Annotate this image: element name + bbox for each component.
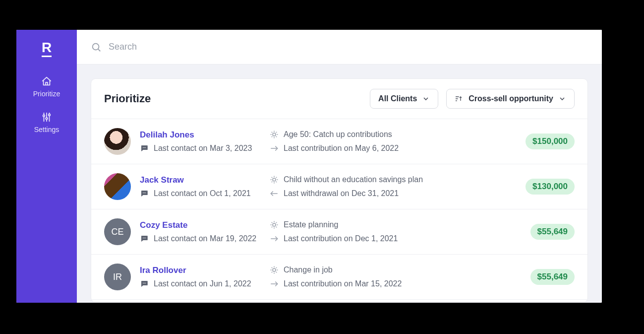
chat-icon [140, 189, 149, 198]
client-info: Cozy EstateLast contact on Mar 19, 2022 [140, 220, 270, 243]
sort-dropdown[interactable]: Cross-sell opportunity [446, 89, 575, 109]
amount-badge: $55,649 [530, 269, 575, 285]
svg-point-51 [144, 283, 145, 284]
svg-point-25 [144, 193, 145, 194]
prioritize-panel: Prioritize All Clients Cross-sell opport… [91, 78, 588, 303]
sliders-icon [41, 112, 52, 123]
svg-point-11 [143, 147, 144, 148]
svg-line-59 [276, 272, 277, 273]
chat-icon [140, 234, 149, 243]
last-contact-text: Last contact on Oct 1, 2021 [154, 189, 251, 198]
svg-line-46 [276, 227, 277, 228]
svg-line-47 [272, 227, 273, 228]
svg-point-50 [143, 283, 144, 284]
search-input[interactable] [109, 42, 588, 52]
client-row[interactable]: CECozy EstateLast contact on Mar 19, 202… [91, 209, 587, 255]
filter-dropdown[interactable]: All Clients [370, 89, 438, 109]
client-name-link[interactable]: Ira Rollover [140, 266, 270, 275]
client-insights: Change in jobLast contribution on Mar 15… [270, 266, 530, 288]
client-row[interactable]: Jack StrawLast contact on Oct 1, 2021Chi… [91, 164, 587, 209]
client-insights: Estate planningLast contribution on Dec … [270, 220, 530, 243]
svg-line-35 [276, 177, 277, 178]
svg-point-26 [145, 193, 146, 194]
svg-point-6 [93, 43, 99, 50]
svg-line-61 [276, 267, 277, 268]
insight-text: Age 50: Catch up contributions [284, 130, 392, 139]
avatar [104, 128, 131, 155]
client-info: Delilah JonesLast contact on Mar 3, 2023 [140, 130, 270, 153]
insight-text: Change in job [284, 266, 333, 274]
svg-line-22 [276, 132, 277, 133]
last-contact: Last contact on Mar 19, 2022 [140, 234, 270, 243]
activity-line: Last contribution on Dec 1, 2021 [270, 234, 530, 243]
sidebar-item-settings[interactable]: Settings [34, 112, 59, 134]
insight-line: Age 50: Catch up contributions [270, 130, 526, 139]
svg-line-33 [276, 182, 277, 183]
sort-dropdown-label: Cross-sell opportunity [468, 94, 553, 103]
svg-point-27 [273, 178, 276, 181]
svg-line-58 [272, 267, 273, 268]
svg-line-7 [98, 49, 100, 51]
panel-title: Prioritize [104, 92, 151, 105]
client-row[interactable]: IRIra RolloverLast contact on Jun 1, 202… [91, 255, 587, 300]
client-info: Jack StrawLast contact on Oct 1, 2021 [140, 175, 270, 198]
svg-line-32 [272, 177, 273, 178]
last-contact: Last contact on Oct 1, 2021 [140, 189, 270, 198]
svg-point-3 [43, 115, 45, 117]
filter-dropdown-label: All Clients [378, 94, 417, 103]
svg-point-53 [273, 268, 276, 271]
activity-text: Last contribution on Mar 15, 2022 [284, 279, 402, 288]
svg-line-34 [272, 182, 273, 183]
panel-controls: All Clients Cross-sell opportunity [370, 89, 575, 109]
client-name-link[interactable]: Delilah Jones [140, 130, 270, 140]
svg-point-14 [273, 133, 276, 136]
sidebar-item-label: Settings [34, 126, 59, 134]
svg-point-24 [143, 193, 144, 194]
insight-text: Child without an education savings plan [284, 175, 423, 184]
svg-line-48 [276, 222, 277, 223]
avatar [104, 173, 131, 200]
activity-text: Last withdrawal on Dec 31, 2021 [284, 189, 399, 198]
sidebar-item-label: Prioritize [33, 90, 60, 98]
search-icon [91, 42, 102, 53]
brand-logo: R [42, 41, 52, 57]
chat-icon [140, 279, 149, 288]
svg-line-21 [272, 136, 273, 137]
svg-line-45 [272, 222, 273, 223]
last-contact-text: Last contact on Mar 3, 2023 [154, 144, 252, 153]
activity-line: Last contribution on Mar 15, 2022 [270, 279, 530, 288]
activity-text: Last contribution on May 6, 2022 [284, 144, 399, 153]
last-contact: Last contact on Mar 3, 2023 [140, 144, 270, 153]
panel-header: Prioritize All Clients Cross-sell opport… [91, 79, 587, 119]
insight-text: Estate planning [284, 220, 338, 229]
search-bar [77, 30, 602, 65]
amount-badge: $55,649 [530, 224, 575, 240]
insight-line: Change in job [270, 266, 530, 274]
client-name-link[interactable]: Cozy Estate [140, 220, 270, 230]
activity-line: Last contribution on May 6, 2022 [270, 144, 526, 153]
home-icon [41, 76, 52, 87]
svg-point-13 [145, 147, 146, 148]
client-insights: Age 50: Catch up contributionsLast contr… [270, 130, 526, 153]
svg-point-52 [145, 283, 146, 284]
client-name-link[interactable]: Jack Straw [140, 175, 270, 185]
client-insights: Child without an education savings planL… [270, 175, 526, 198]
svg-point-40 [273, 223, 276, 226]
arrow-left-icon [270, 189, 279, 198]
arrow-right-icon [270, 279, 279, 288]
svg-point-5 [49, 114, 51, 116]
arrow-right-icon [270, 144, 279, 153]
app-window: R Prioritize Settings Prioritize All Cli… [16, 30, 602, 303]
svg-point-39 [145, 238, 146, 239]
activity-line: Last withdrawal on Dec 31, 2021 [270, 189, 526, 198]
client-row[interactable]: Delilah JonesLast contact on Mar 3, 2023… [91, 119, 587, 164]
activity-text: Last contribution on Dec 1, 2021 [284, 234, 398, 243]
svg-line-20 [276, 136, 277, 137]
last-contact-text: Last contact on Mar 19, 2022 [154, 234, 256, 243]
lightbulb-icon [270, 130, 279, 139]
avatar: IR [104, 264, 131, 290]
svg-point-37 [143, 238, 144, 239]
insight-line: Estate planning [270, 220, 530, 229]
sidebar-item-prioritize[interactable]: Prioritize [33, 76, 60, 98]
chevron-down-icon [558, 95, 566, 103]
